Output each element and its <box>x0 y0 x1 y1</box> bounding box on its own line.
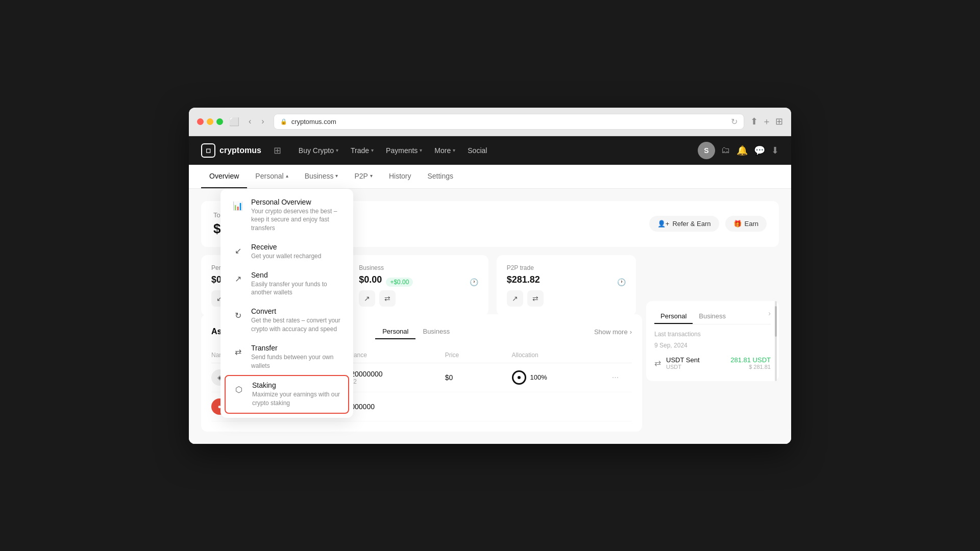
receive-icon: ↙ <box>231 244 245 258</box>
staking-icon: ⬡ <box>232 382 246 396</box>
transfer-icon: ⇄ <box>231 345 245 359</box>
chevron-down-icon: ▾ <box>420 147 422 153</box>
nav-right: S 🗂 🔔 💬 ⬇ <box>698 142 779 159</box>
convert-button[interactable]: ⇄ <box>379 290 396 307</box>
p2p-actions: ↗ ⇄ <box>507 290 626 307</box>
dropdown-send[interactable]: ↗ Send Easily transfer your funds to ano… <box>225 266 349 303</box>
crms-price: $0 <box>445 373 512 382</box>
dropdown-convert[interactable]: ↻ Convert Get the best rates – convert y… <box>225 302 349 339</box>
nav-more[interactable]: More ▾ <box>429 143 460 158</box>
subnav-history[interactable]: History <box>381 165 420 188</box>
more-options-button[interactable]: ··· <box>612 373 632 382</box>
right-panel: Personal Business › Last transactions 9 … <box>646 301 779 381</box>
p2p-send-button[interactable]: ↗ <box>507 290 523 307</box>
crms-balance-usd: $0.2 <box>345 378 445 385</box>
logo-text: cryptomus <box>219 146 261 155</box>
rp-tab-business[interactable]: Business <box>693 309 732 324</box>
grid-menu-icon[interactable]: ⊞ <box>274 145 281 156</box>
browser-actions: ⬆ ＋ ⊞ <box>750 115 783 128</box>
scrollbar <box>775 301 777 381</box>
dropdown-menu: 📊 Personal Overview Your crypto deserves… <box>220 189 353 418</box>
right-panel-tabs: Personal Business › <box>654 309 771 324</box>
subnav-business[interactable]: Business ▾ <box>297 165 347 188</box>
rp-tab-personal[interactable]: Personal <box>654 309 693 324</box>
p2p-card: P2P trade $281.82 🕐 ↗ ⇄ <box>497 255 636 316</box>
browser-chrome: ⬜ ‹ › 🔒 cryptomus.com ↻ ⬆ ＋ ⊞ <box>189 108 791 136</box>
top-nav: ◻ cryptomus ⊞ Buy Crypto ▾ Trade ▾ Payme… <box>189 136 791 165</box>
dropdown-staking[interactable]: ⬡ Staking Maximize your earnings with ou… <box>225 375 349 414</box>
download-icon[interactable]: ⬇ <box>771 145 779 156</box>
new-tab-icon[interactable]: ＋ <box>762 115 771 128</box>
date-label: 9 Sep, 2024 <box>654 342 771 349</box>
p2p-value: $281.82 <box>507 274 540 285</box>
allocation-circle <box>512 370 526 385</box>
transfer-icon: ⇄ <box>654 358 661 368</box>
app: ◻ cryptomus ⊞ Buy Crypto ▾ Trade ▾ Payme… <box>189 136 791 444</box>
p2p-convert-button[interactable]: ⇄ <box>527 290 544 307</box>
logo-icon: ◻ <box>201 143 215 158</box>
traffic-lights <box>197 118 223 125</box>
business-label: Business <box>359 264 478 271</box>
subnav-personal[interactable]: Personal ▴ <box>247 165 296 188</box>
dropdown-personal-overview[interactable]: 📊 Personal Overview Your crypto deserves… <box>225 193 349 238</box>
scrollbar-thumb[interactable] <box>775 306 777 337</box>
share-icon[interactable]: ⬆ <box>750 116 758 127</box>
chevron-down-icon: ▾ <box>371 147 374 153</box>
chevron-down-icon: ▾ <box>336 147 338 153</box>
assets-tab-personal[interactable]: Personal <box>375 324 415 339</box>
forward-button[interactable]: › <box>258 116 267 127</box>
business-actions: ↗ ⇄ <box>359 290 478 307</box>
nav-links: Buy Crypto ▾ Trade ▾ Payments ▾ More ▾ S… <box>293 143 685 158</box>
wallet-icon[interactable]: 🗂 <box>721 145 730 156</box>
staking-desc: Maximize your earnings with our crypto s… <box>252 390 342 408</box>
subnav-settings[interactable]: Settings <box>419 165 461 188</box>
tx-name: USDT Sent <box>666 356 700 364</box>
nav-social[interactable]: Social <box>462 143 492 158</box>
refer-earn-button[interactable]: 👤+ Refer & Earn <box>649 216 719 232</box>
crms-balance: 0.20000000 <box>345 370 445 378</box>
chevron-right-icon: › <box>630 328 632 336</box>
subnav-overview[interactable]: Overview <box>201 165 247 188</box>
subnav-p2p[interactable]: P2P ▾ <box>346 165 380 188</box>
sub-nav: Overview Personal ▴ Business ▾ P2P ▾ His… <box>189 165 791 189</box>
top-actions: 👤+ Refer & Earn 🎁 Earn <box>649 216 767 232</box>
chevron-down-icon: ▾ <box>453 147 455 153</box>
dropdown-transfer[interactable]: ⇄ Transfer Send funds between your own w… <box>225 339 349 375</box>
grid-view-icon[interactable]: ⊞ <box>775 116 783 127</box>
avatar[interactable]: S <box>698 142 715 159</box>
staking-title: Staking <box>252 381 342 389</box>
lock-icon: 🔒 <box>280 118 287 125</box>
nav-trade[interactable]: Trade ▾ <box>346 143 379 158</box>
business-value: $0.00 <box>359 274 382 285</box>
earn-button[interactable]: 🎁 Earn <box>725 216 767 232</box>
address-bar[interactable]: 🔒 cryptomus.com ↻ <box>274 114 744 130</box>
personal-overview-desc: Your crypto deserves the best – keep it … <box>251 207 343 233</box>
logo[interactable]: ◻ cryptomus <box>201 143 261 158</box>
receive-button[interactable]: ↗ <box>359 290 375 307</box>
tx-amount: 281.81 USDT $ 281.81 <box>730 356 771 370</box>
p2p-label: P2P trade <box>507 264 626 271</box>
gift-icon: 🎁 <box>733 220 742 228</box>
maximize-button[interactable] <box>216 118 223 125</box>
nav-buy-crypto[interactable]: Buy Crypto ▾ <box>293 143 344 158</box>
back-button[interactable]: ‹ <box>246 116 254 127</box>
notification-icon[interactable]: 🔔 <box>737 145 748 156</box>
business-badge: +$0.00 <box>386 278 413 287</box>
message-icon[interactable]: 💬 <box>754 145 765 156</box>
last-transactions-label: Last transactions <box>654 331 771 338</box>
second-balance: 0.000000 <box>345 403 445 411</box>
reload-icon[interactable]: ↻ <box>731 117 738 127</box>
clock-icon: 🕐 <box>470 278 478 286</box>
nav-payments[interactable]: Payments ▾ <box>381 143 427 158</box>
close-button[interactable] <box>197 118 204 125</box>
show-more-button[interactable]: Show more › <box>594 328 632 336</box>
transaction-item: ⇄ USDT Sent USDT 281.81 USDT $ 281.81 <box>654 353 771 373</box>
sidebar-toggle-button[interactable]: ⬜ <box>229 117 239 127</box>
transfer-desc: Send funds between your own wallets <box>251 353 343 370</box>
dropdown-receive[interactable]: ↙ Receive Get your wallet recharged <box>225 238 349 266</box>
assets-tabs: Personal Business <box>375 324 457 339</box>
chevron-right-icon[interactable]: › <box>768 309 771 324</box>
send-desc: Easily transfer your funds to another wa… <box>251 280 343 297</box>
assets-tab-business[interactable]: Business <box>415 324 457 339</box>
minimize-button[interactable] <box>207 118 213 125</box>
